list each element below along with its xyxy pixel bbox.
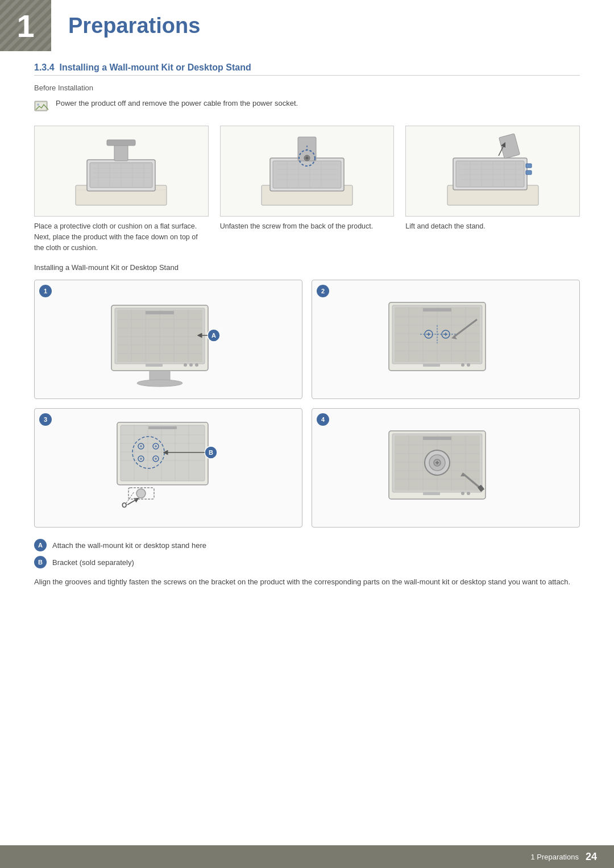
- step-badge-4: 4: [317, 413, 329, 426]
- chapter-number-block: 1: [0, 0, 51, 51]
- svg-rect-87: [423, 308, 451, 312]
- svg-text:B: B: [209, 449, 213, 456]
- note-row: Power the product off and remove the pow…: [34, 99, 580, 112]
- image-cell-3: Lift and detach the stand.: [405, 126, 580, 253]
- svg-point-68: [195, 363, 198, 367]
- chapter-title-area: Preparations: [51, 0, 200, 51]
- svg-rect-48: [526, 171, 532, 175]
- diagram-2-svg: [256, 128, 358, 214]
- svg-point-150: [467, 492, 470, 495]
- before-installation-label: Before Installation: [34, 84, 580, 92]
- legend-text-b: Bracket (sold separately): [52, 558, 134, 567]
- svg-point-89: [461, 363, 464, 367]
- diagram-3-svg: [442, 128, 544, 214]
- section-title: Installing a Wall-mount Kit or Desktop S…: [59, 63, 251, 72]
- image-caption-3: Lift and detach the stand.: [405, 221, 580, 232]
- note-text: Power the product off and remove the pow…: [56, 99, 298, 107]
- image-cell-1: Place a protective cloth or cushion on a…: [34, 126, 209, 253]
- svg-rect-37: [456, 161, 524, 187]
- header-bar: 1 Preparations: [0, 0, 614, 51]
- content-area: 1.3.4 Installing a Wall-mount Kit or Des…: [0, 63, 614, 634]
- svg-rect-69: [150, 371, 170, 381]
- svg-rect-47: [526, 164, 532, 168]
- footer-label: 1 Preparations: [530, 853, 579, 861]
- legend-row-a: A Attach the wall-mount kit or desktop s…: [34, 539, 580, 551]
- svg-rect-8: [107, 140, 135, 146]
- bottom-note: Align the grooves and tightly fasten the…: [34, 576, 580, 588]
- svg-point-90: [467, 363, 470, 367]
- step-cell-4: 4: [312, 408, 580, 528]
- legend-text-a: Attach the wall-mount kit or desktop sta…: [52, 541, 206, 550]
- svg-rect-49: [499, 134, 520, 159]
- svg-text:O: O: [122, 501, 127, 509]
- image-cell-2: Unfasten the screw from the back of the …: [220, 126, 395, 253]
- footer-page: 24: [586, 851, 597, 863]
- svg-rect-148: [423, 492, 440, 495]
- note-icon: [34, 99, 50, 112]
- section-heading: 1.3.4 Installing a Wall-mount Kit or Des…: [34, 63, 580, 76]
- step-badge-3: 3: [39, 413, 52, 426]
- step-cell-3: 3: [34, 408, 302, 528]
- steps-grid: 1: [34, 280, 580, 528]
- step1-diagram: A: [94, 291, 242, 388]
- svg-rect-88: [423, 364, 440, 367]
- chapter-number: 1: [16, 7, 34, 44]
- section-number: 1.3.4: [34, 63, 55, 72]
- step3-diagram: B O: [94, 411, 242, 525]
- step-badge-1: 1: [39, 285, 52, 297]
- svg-point-66: [184, 363, 187, 367]
- svg-point-2: [37, 103, 39, 106]
- three-images-row: Place a protective cloth or cushion on a…: [34, 126, 580, 253]
- svg-rect-65: [146, 364, 163, 367]
- svg-text:A: A: [211, 332, 216, 339]
- legend-badge-b: B: [34, 556, 47, 568]
- svg-rect-102: [121, 425, 205, 481]
- footer: 1 Preparations 24: [0, 845, 614, 868]
- step-cell-1: 1: [34, 280, 302, 399]
- diagram-1-svg: [70, 128, 172, 214]
- image-caption-1: Place a protective cloth or cushion on a…: [34, 221, 209, 253]
- svg-point-132: [136, 489, 146, 498]
- install-label: Installing a Wall-mount Kit or Desktop S…: [34, 263, 580, 272]
- svg-point-70: [137, 380, 182, 387]
- image-caption-2: Unfasten the screw from the back of the …: [220, 221, 395, 232]
- svg-rect-112: [148, 426, 177, 429]
- svg-point-67: [189, 363, 193, 367]
- image-box-2: [220, 126, 395, 217]
- step-badge-2: 2: [317, 285, 329, 297]
- image-box-3: [405, 126, 580, 217]
- svg-line-130: [127, 499, 137, 505]
- step2-diagram: [372, 291, 520, 388]
- svg-rect-64: [146, 311, 174, 314]
- legend-row-b: B Bracket (sold separately): [34, 556, 580, 568]
- chapter-title: Preparations: [68, 14, 200, 38]
- step4-diagram: [372, 420, 520, 516]
- svg-point-149: [461, 492, 464, 495]
- svg-rect-147: [423, 437, 451, 440]
- step-cell-2: 2: [312, 280, 580, 399]
- legend-badge-a: A: [34, 539, 47, 551]
- image-box-1: [34, 126, 209, 217]
